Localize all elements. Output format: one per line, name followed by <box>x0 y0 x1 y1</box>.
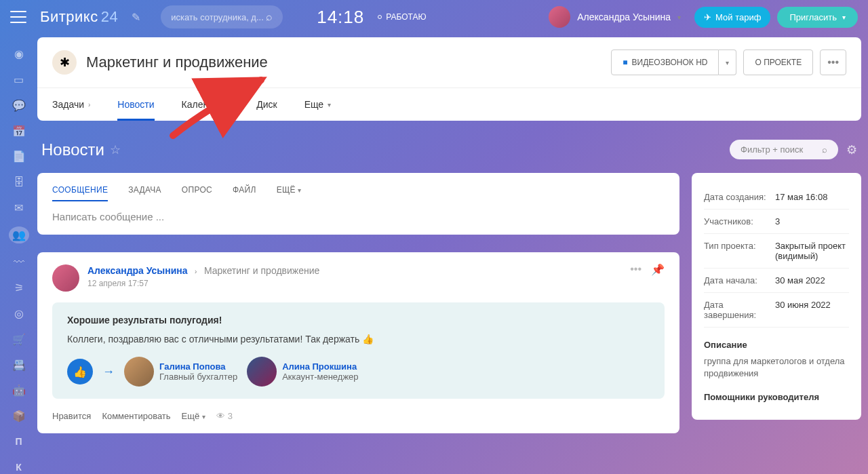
sidebar-calendar-icon[interactable]: 📅 <box>11 124 27 138</box>
sidebar-sign-icon[interactable]: 〰 <box>11 256 27 269</box>
page-title: Новости <box>41 140 104 159</box>
desc-heading: Описание <box>704 340 849 350</box>
video-call-split: ■ ВИДЕОЗВОНОК HD ▾ <box>611 50 736 75</box>
sidebar-card-icon[interactable]: ▭ <box>11 73 27 87</box>
edit-icon[interactable]: ✎ <box>132 11 140 24</box>
logo-number: 24 <box>101 8 118 25</box>
person-role: Главный бухгалтер <box>159 372 237 382</box>
views-count: 👁3 <box>216 411 233 421</box>
logo-text: Битрикс <box>40 8 98 25</box>
post-group[interactable]: Маркетинг и продвижение <box>204 265 319 276</box>
assist-heading: Помощники руководителя <box>704 392 849 402</box>
work-status[interactable]: РАБОТАЮ <box>378 12 426 22</box>
pin-icon[interactable]: 📌 <box>651 263 665 276</box>
person-2[interactable]: Алина Прокшина Аккаунт-менеджер <box>247 357 358 387</box>
status-dot-icon <box>378 15 382 19</box>
chevron-down-icon: ▾ <box>677 14 681 21</box>
compose-tab-message[interactable]: СООБЩЕНИЕ <box>52 185 108 201</box>
sidebar-k-icon[interactable]: К <box>11 460 27 474</box>
tab-more[interactable]: Еще▾ <box>304 88 332 121</box>
chevron-right-icon: › <box>88 101 90 108</box>
more-actions-button[interactable]: ••• <box>820 50 846 75</box>
tab-tasks[interactable]: Задачи› <box>52 88 90 121</box>
sidebar-groups-icon[interactable]: 👥 <box>9 226 29 243</box>
global-search[interactable]: ⌕ <box>161 5 283 28</box>
sidebar-copilot-icon[interactable]: ◉ <box>11 47 27 61</box>
post-time: 12 апреля 17:57 <box>87 279 319 288</box>
search-input[interactable] <box>171 12 266 22</box>
compose-tab-more[interactable]: ЕЩЁ ▾ <box>277 185 302 201</box>
person-1[interactable]: Галина Попова Главный бухгалтер <box>124 357 237 387</box>
arrow-right-icon: → <box>102 365 115 379</box>
avatar <box>124 357 154 387</box>
like-action[interactable]: Нравится <box>52 411 91 421</box>
compose-tabs: СООБЩЕНИЕ ЗАДАЧА ОПРОС ФАЙЛ ЕЩЁ ▾ <box>52 185 665 201</box>
video-call-dropdown[interactable]: ▾ <box>719 50 736 75</box>
post-actions: ••• 📌 <box>630 263 665 276</box>
chevron-down-icon: ▾ <box>328 101 331 108</box>
project-actions: ■ ВИДЕОЗВОНОК HD ▾ О ПРОЕКТЕ ••• <box>611 50 846 75</box>
compose-input[interactable]: Написать сообщение ... <box>52 211 665 222</box>
thumbs-up-icon: 👍 <box>362 334 374 344</box>
sidebar-drive-icon[interactable]: 🗄 <box>11 176 27 189</box>
left-sidebar: ◉ ▭ 💬 📅 📄 🗄 ✉ 👥 〰 ⚞ ◎ 🛒 📇 🤖 📦 П К <box>0 34 37 474</box>
sidebar-filter-icon[interactable]: ⚞ <box>11 281 27 295</box>
video-call-button[interactable]: ■ ВИДЕОЗВОНОК HD <box>611 50 719 75</box>
project-icon: ✱ <box>52 50 77 75</box>
info-description: Описание группа для маркетологов и отдел… <box>704 340 849 380</box>
filter-search[interactable]: Фильтр + поиск ⌕ <box>730 140 838 159</box>
tab-calendar[interactable]: Календарь <box>182 88 230 121</box>
info-row: Дата создания:17 мая 16:08 <box>704 185 849 210</box>
post-author[interactable]: Александра Усынина <box>87 265 188 276</box>
project-tabs: Задачи› Новости Календарь Диск Еще▾ <box>37 87 861 121</box>
content-row: СООБЩЕНИЕ ЗАДАЧА ОПРОС ФАЙЛ ЕЩЁ ▾ Написа… <box>37 173 861 433</box>
post-people: 👍 → Галина Попова Главный бухгалтер <box>67 357 650 387</box>
post-text: Коллеги, поздравляю вас с отличными резу… <box>67 334 650 344</box>
sidebar-contact-icon[interactable]: 📇 <box>11 358 27 372</box>
avatar <box>247 357 277 387</box>
sidebar-cart-icon[interactable]: 🛒 <box>11 332 27 346</box>
sidebar-mail-icon[interactable]: ✉ <box>11 201 27 215</box>
info-row: Тип проекта:Закрытый проект (видимый) <box>704 234 849 269</box>
logo[interactable]: Битрикс24 <box>40 8 118 26</box>
star-icon[interactable]: ☆ <box>110 142 121 157</box>
sidebar-box-icon[interactable]: 📦 <box>11 410 27 423</box>
person-name: Галина Попова <box>159 361 237 372</box>
tariff-button[interactable]: ✈ Мой тариф <box>694 7 770 28</box>
compose-tab-task[interactable]: ЗАДАЧА <box>128 185 161 201</box>
user-menu[interactable]: Александра Усынина ▾ <box>549 6 681 28</box>
compose-tab-file[interactable]: ФАЙЛ <box>233 185 256 201</box>
about-project-button[interactable]: О ПРОЕКТЕ <box>743 50 813 75</box>
info-column: Дата создания:17 мая 16:08 Участников:3 … <box>692 173 861 433</box>
chevron-down-icon: ▾ <box>842 14 846 21</box>
tab-news[interactable]: Новости <box>117 88 154 121</box>
post-header: Александра Усынина › Маркетинг и продвиж… <box>52 264 665 292</box>
sidebar-p-icon[interactable]: П <box>11 435 27 448</box>
compose-tab-poll[interactable]: ОПРОС <box>182 185 212 201</box>
tab-disk[interactable]: Диск <box>256 88 277 121</box>
more-action[interactable]: Ещё ▾ <box>182 411 205 421</box>
menu-icon[interactable] <box>10 11 26 23</box>
sidebar-android-icon[interactable]: 🤖 <box>11 384 27 397</box>
comment-action[interactable]: Комментировать <box>102 411 170 421</box>
person-role: Аккаунт-менеджер <box>282 372 358 382</box>
invite-label: Пригласить <box>789 12 837 22</box>
compose-box: СООБЩЕНИЕ ЗАДАЧА ОПРОС ФАЙЛ ЕЩЁ ▾ Написа… <box>37 173 679 235</box>
sidebar-chat-icon[interactable]: 💬 <box>11 99 27 113</box>
plane-icon: ✈ <box>704 12 711 22</box>
info-row: Дата начала:30 мая 2022 <box>704 269 849 293</box>
post-footer: Нравится Комментировать Ещё ▾ 👁3 <box>52 411 665 421</box>
video-icon: ■ <box>623 58 627 67</box>
topbar: Битрикс24 ✎ ⌕ 14:18 РАБОТАЮ Александра У… <box>0 0 868 34</box>
project-header: ✱ Маркетинг и продвижение ■ ВИДЕОЗВОНОК … <box>37 37 861 87</box>
post-title: Хорошие результаты полугодия! <box>67 315 650 325</box>
sidebar-target-icon[interactable]: ◎ <box>11 307 27 321</box>
sidebar-doc-icon[interactable]: 📄 <box>11 150 27 163</box>
post-more-icon[interactable]: ••• <box>630 263 642 276</box>
person-name: Алина Прокшина <box>282 361 358 372</box>
like-badge[interactable]: 👍 <box>67 359 93 384</box>
gear-icon[interactable]: ⚙ <box>846 142 857 157</box>
invite-button[interactable]: Пригласить ▾ <box>777 7 858 28</box>
main-area: ✱ Маркетинг и продвижение ■ ВИДЕОЗВОНОК … <box>37 37 861 474</box>
about-label: О ПРОЕКТЕ <box>755 58 802 67</box>
